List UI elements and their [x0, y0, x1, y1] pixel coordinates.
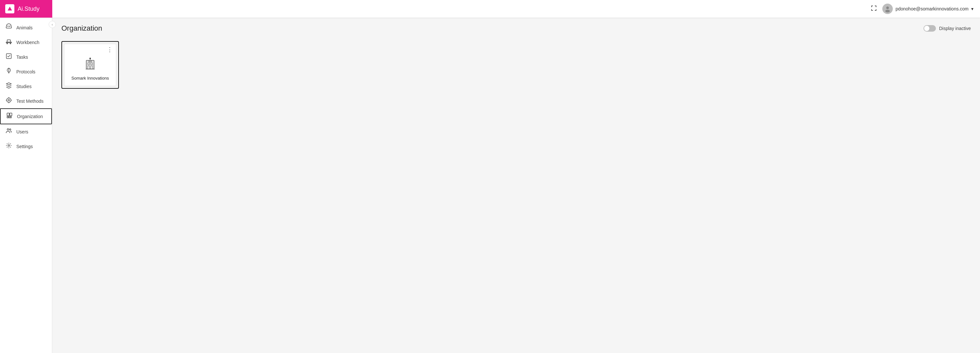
sidebar: ‹ Animals Workbench	[0, 17, 52, 353]
svg-point-1	[886, 6, 889, 9]
org-name: Somark Innovations	[72, 76, 109, 81]
protocols-icon	[5, 68, 13, 76]
studies-icon	[5, 82, 13, 90]
sidebar-item-users[interactable]: Users	[0, 124, 52, 139]
test-methods-icon	[5, 97, 13, 105]
org-card[interactable]: ⋮	[64, 44, 116, 86]
svg-point-3	[8, 26, 8, 27]
brand-area: Ai.Study	[0, 0, 52, 17]
svg-rect-23	[88, 66, 89, 69]
sidebar-item-studies-label: Studies	[16, 84, 32, 89]
page-header: Organization Display inactive	[52, 17, 980, 38]
svg-point-4	[10, 26, 10, 27]
svg-rect-7	[10, 43, 11, 44]
display-inactive-label: Display inactive	[939, 26, 971, 31]
sidebar-item-settings-label: Settings	[16, 144, 33, 149]
svg-rect-28	[86, 69, 95, 70]
brand-icon	[5, 4, 14, 13]
sidebar-item-animals-label: Animals	[16, 25, 33, 30]
tasks-icon	[5, 53, 13, 61]
sidebar-item-users-label: Users	[16, 129, 29, 135]
settings-icon	[5, 142, 13, 150]
sidebar-item-animals[interactable]: Animals	[0, 20, 52, 35]
sidebar-item-tasks-label: Tasks	[16, 54, 28, 60]
header: Ai.Study pdonohoe@somarkinnovations.com …	[0, 0, 980, 17]
page-content: ⋮	[52, 38, 980, 353]
org-grid: ⋮	[61, 41, 971, 89]
user-menu[interactable]: pdonohoe@somarkinnovations.com ▾	[882, 3, 974, 14]
layout: ‹ Animals Workbench	[0, 17, 980, 353]
user-dropdown-icon: ▾	[971, 6, 974, 11]
sidebar-item-test-methods-label: Test Methods	[16, 98, 43, 104]
animals-icon	[5, 24, 13, 32]
org-card-selected-wrapper: ⋮	[61, 41, 119, 89]
svg-rect-14	[9, 117, 10, 118]
sidebar-item-protocols-label: Protocols	[16, 69, 35, 74]
svg-rect-8	[7, 40, 10, 42]
svg-rect-6	[7, 43, 8, 44]
svg-point-11	[6, 98, 11, 102]
svg-point-27	[90, 58, 91, 59]
header-actions: pdonohoe@somarkinnovations.com ▾	[870, 3, 980, 14]
svg-marker-0	[7, 6, 13, 11]
svg-point-17	[7, 128, 9, 130]
svg-rect-12	[7, 113, 10, 116]
workbench-icon	[5, 38, 13, 46]
sidebar-item-studies[interactable]: Studies	[0, 79, 52, 93]
sidebar-item-workbench-label: Workbench	[16, 40, 40, 45]
avatar	[882, 3, 893, 14]
svg-point-18	[10, 129, 11, 130]
page-title: Organization	[61, 24, 102, 33]
org-building-icon	[84, 57, 97, 73]
svg-point-19	[8, 145, 10, 147]
display-inactive-toggle[interactable]	[923, 25, 936, 32]
brand-name: Ai.Study	[18, 6, 40, 13]
org-card-menu-button[interactable]: ⋮	[103, 44, 116, 54]
sidebar-item-test-methods[interactable]: Test Methods	[0, 93, 52, 108]
svg-rect-16	[10, 117, 11, 118]
main-content: Organization Display inactive ⋮	[52, 17, 980, 353]
svg-rect-15	[10, 113, 12, 116]
svg-point-10	[8, 100, 10, 101]
sidebar-item-organization[interactable]: Organization	[0, 108, 52, 124]
svg-rect-22	[91, 63, 92, 65]
sidebar-item-protocols[interactable]: Protocols	[0, 64, 52, 79]
display-inactive-control: Display inactive	[923, 25, 971, 32]
sidebar-item-organization-label: Organization	[17, 114, 43, 119]
sidebar-item-tasks[interactable]: Tasks	[0, 50, 52, 64]
svg-point-2	[885, 10, 890, 13]
user-email: pdonohoe@somarkinnovations.com	[896, 6, 969, 11]
svg-rect-21	[88, 63, 89, 65]
svg-rect-13	[7, 117, 8, 118]
fullscreen-icon[interactable]	[870, 5, 877, 13]
organization-icon	[6, 112, 13, 120]
org-card-body: Somark Innovations	[64, 54, 116, 86]
svg-rect-25	[89, 60, 91, 62]
sidebar-item-settings[interactable]: Settings	[0, 139, 52, 154]
svg-rect-24	[91, 66, 92, 69]
users-icon	[5, 128, 13, 136]
sidebar-collapse-button[interactable]: ‹	[49, 21, 56, 28]
sidebar-item-workbench[interactable]: Workbench	[0, 35, 52, 50]
